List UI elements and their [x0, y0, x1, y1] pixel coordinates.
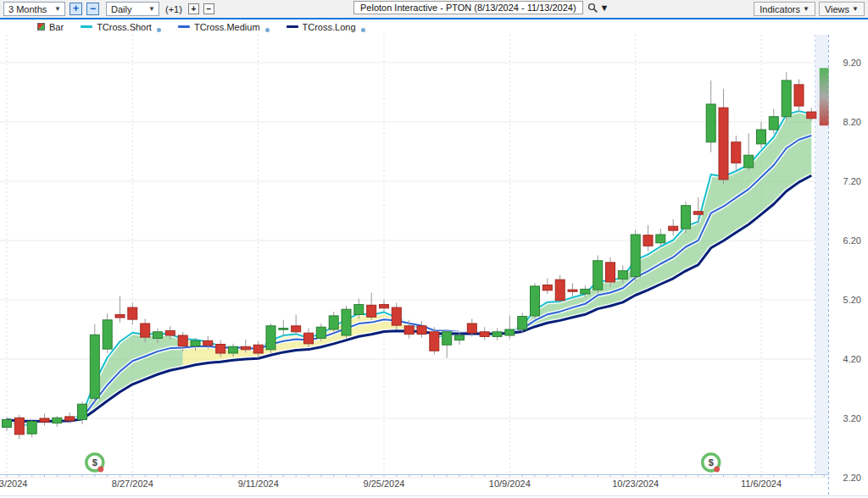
candle[interactable] [27, 422, 36, 434]
candle[interactable] [103, 320, 112, 349]
candle[interactable] [316, 327, 326, 338]
period-minus-button[interactable]: − [203, 3, 214, 14]
candle[interactable] [656, 235, 665, 243]
candle[interactable] [706, 104, 715, 142]
legend-item-bar[interactable]: Bar [37, 22, 64, 32]
candle[interactable] [631, 235, 640, 277]
candle[interactable] [392, 307, 401, 325]
legend-item-tcross-short[interactable]: TCross.Short [81, 22, 161, 32]
candle[interactable] [417, 326, 426, 335]
candle[interactable] [78, 404, 87, 419]
candle[interactable] [505, 329, 515, 335]
candle[interactable] [643, 235, 653, 246]
candle[interactable] [203, 340, 213, 346]
candle[interactable] [455, 335, 465, 340]
candle[interactable] [178, 335, 187, 346]
candle[interactable] [90, 335, 99, 398]
period-plus-button[interactable]: + [188, 3, 199, 14]
candle[interactable] [531, 286, 540, 316]
candle[interactable] [165, 330, 175, 335]
candle[interactable] [757, 130, 766, 144]
candle[interactable] [555, 279, 565, 301]
legend-label: Bar [49, 22, 64, 32]
candle[interactable] [128, 307, 137, 319]
period-select[interactable]: Daily ▼ [106, 2, 159, 16]
chevron-down-icon: ▼ [852, 5, 859, 13]
candle[interactable] [682, 206, 691, 229]
candle[interactable] [367, 305, 376, 317]
candle[interactable] [329, 316, 338, 329]
legend-item-tcross-medium[interactable]: TCross.Medium [178, 22, 270, 32]
search-icon[interactable]: ▼ [587, 3, 609, 14]
range-select[interactable]: 3 Months ▼ [3, 2, 65, 16]
candle[interactable] [292, 326, 301, 332]
indicator-dot-icon[interactable] [157, 28, 161, 32]
candle[interactable] [304, 333, 314, 344]
dividend-event-icon[interactable]: $ [703, 454, 720, 472]
candle[interactable] [568, 290, 577, 291]
candle[interactable] [216, 345, 225, 354]
legend-item-tcross-long[interactable]: TCross.Long [287, 22, 365, 32]
candle[interactable] [669, 226, 678, 230]
candle[interactable] [141, 324, 150, 337]
candle[interactable] [593, 261, 603, 290]
y-axis-label: 4.20 [843, 354, 861, 364]
chevron-down-icon: ▼ [148, 6, 155, 13]
candle[interactable] [279, 329, 288, 330]
tcross-long-swatch [287, 25, 298, 28]
candle[interactable] [518, 317, 527, 329]
candle[interactable] [115, 315, 125, 318]
candle[interactable] [769, 117, 778, 130]
candle[interactable] [542, 285, 552, 290]
candle[interactable] [618, 271, 627, 279]
indicators-button[interactable]: Indicators▼ [754, 2, 815, 16]
legend-label: TCross.Medium [194, 22, 260, 32]
candle[interactable] [719, 108, 728, 180]
candle[interactable] [744, 155, 754, 168]
x-axis-label: 9/25/2024 [364, 479, 405, 489]
candle[interactable] [229, 346, 238, 353]
candle[interactable] [467, 324, 476, 333]
forming-bar[interactable] [820, 68, 829, 125]
candle[interactable] [53, 418, 62, 423]
chevron-down-icon: ▼ [600, 3, 609, 13]
candle[interactable] [191, 340, 200, 346]
candle[interactable] [253, 345, 263, 353]
candle[interactable] [354, 305, 364, 315]
y-axis-label: 5.20 [843, 295, 861, 305]
candle[interactable] [480, 332, 489, 337]
views-button[interactable]: Views▼ [819, 2, 865, 16]
dividend-event-icon[interactable]: $ [86, 454, 103, 472]
x-axis-label: 10/9/2024 [489, 479, 531, 489]
candle[interactable] [266, 326, 275, 350]
chart-legend: Bar TCross.Short TCross.Medium TCross.Lo… [0, 19, 868, 34]
candle[interactable] [3, 419, 12, 427]
candle[interactable] [782, 80, 791, 117]
indicator-dot-icon[interactable] [361, 28, 365, 32]
candle[interactable] [581, 289, 590, 294]
candle[interactable] [606, 263, 615, 282]
indicator-dot-icon[interactable] [265, 28, 270, 32]
candle[interactable] [732, 142, 741, 163]
candle[interactable] [241, 346, 250, 350]
symbol-title[interactable]: Peloton Interactive - PTON (8/13/2024 - … [353, 1, 583, 14]
candle[interactable] [693, 212, 703, 215]
candle[interactable] [342, 309, 351, 335]
range-zoom-out-button[interactable]: − [86, 3, 99, 15]
y-axis-label: 9.20 [843, 58, 861, 68]
candle[interactable] [404, 326, 414, 335]
candle[interactable] [794, 85, 804, 106]
candle[interactable] [40, 418, 49, 422]
candle[interactable] [807, 112, 816, 119]
candle[interactable] [380, 305, 389, 308]
x-axis-label: 9/11/2024 [238, 479, 279, 489]
candle[interactable] [442, 332, 452, 345]
candle[interactable] [153, 332, 163, 339]
price-chart[interactable]: 9.208.207.206.205.204.203.202.208/13/202… [0, 0, 868, 498]
legend-label: TCross.Short [97, 22, 152, 32]
candle[interactable] [65, 417, 75, 421]
range-zoom-in-button[interactable]: + [70, 3, 82, 15]
candle[interactable] [430, 332, 439, 351]
candle[interactable] [14, 418, 24, 434]
candle[interactable] [492, 332, 502, 337]
